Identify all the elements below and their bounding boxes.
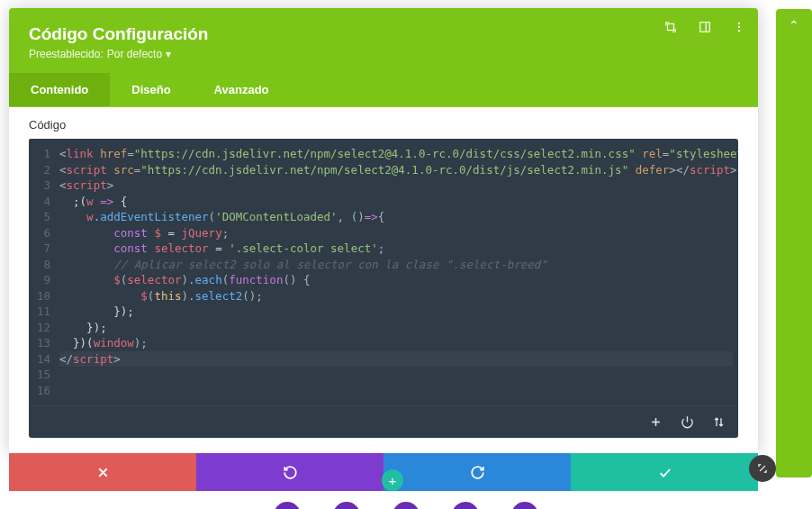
code-field-label: Código xyxy=(29,118,738,132)
modal-header: Código Configuración Preestablecido: Por… xyxy=(9,8,758,73)
caret-down-icon: ▾ xyxy=(166,48,171,60)
svg-point-3 xyxy=(738,23,740,24)
sort-arrows-icon[interactable] xyxy=(712,415,726,429)
tabs: ContenidoDiseñoAvanzado xyxy=(9,73,758,107)
modal-title: Código Configuración xyxy=(29,24,738,44)
svg-rect-1 xyxy=(700,23,710,32)
code-lines[interactable]: <link href="https://cdn.jsdelivr.net/npm… xyxy=(59,139,738,405)
tab-design[interactable]: Diseño xyxy=(110,73,192,106)
tab-advanced[interactable]: Avanzado xyxy=(193,73,291,106)
module-circle[interactable] xyxy=(392,502,420,509)
background-panel: ⌃ xyxy=(776,9,812,477)
header-icons xyxy=(664,21,745,33)
module-circle[interactable] xyxy=(511,502,538,509)
expand-icon[interactable] xyxy=(664,21,677,33)
resize-handle[interactable] xyxy=(749,455,776,482)
module-circle[interactable] xyxy=(452,502,479,509)
preset-value: Por defecto xyxy=(107,48,162,60)
redo-button[interactable] xyxy=(383,453,571,491)
chevron-up-icon[interactable]: ⌃ xyxy=(789,18,799,32)
power-icon[interactable] xyxy=(681,415,694,429)
modal-body: Código 12345678910111213141516 <link hre… xyxy=(9,107,758,454)
kebab-menu-icon[interactable] xyxy=(733,21,745,33)
module-circle[interactable] xyxy=(274,502,301,509)
save-button[interactable] xyxy=(571,453,758,491)
preset-label: Preestablecido: xyxy=(29,48,104,60)
module-toolbar-circles: + xyxy=(0,491,812,509)
add-icon[interactable] xyxy=(649,415,663,429)
settings-modal: Código Configuración Preestablecido: Por… xyxy=(9,8,758,454)
module-circle[interactable] xyxy=(333,502,360,509)
code-area: 12345678910111213141516 <link href="http… xyxy=(29,139,738,405)
snap-layout-icon[interactable] xyxy=(699,21,711,33)
preset-selector[interactable]: Preestablecido: Por defecto ▾ xyxy=(29,48,738,60)
add-module-button[interactable]: + xyxy=(382,469,403,491)
svg-rect-0 xyxy=(668,24,674,31)
tab-content[interactable]: Contenido xyxy=(9,73,110,106)
svg-point-5 xyxy=(738,30,740,32)
cancel-button[interactable] xyxy=(9,453,196,491)
undo-button[interactable] xyxy=(196,453,383,491)
svg-point-4 xyxy=(738,26,740,28)
code-editor: 12345678910111213141516 <link href="http… xyxy=(29,139,738,438)
line-gutter: 12345678910111213141516 xyxy=(29,139,59,405)
editor-toolbar xyxy=(29,405,738,438)
